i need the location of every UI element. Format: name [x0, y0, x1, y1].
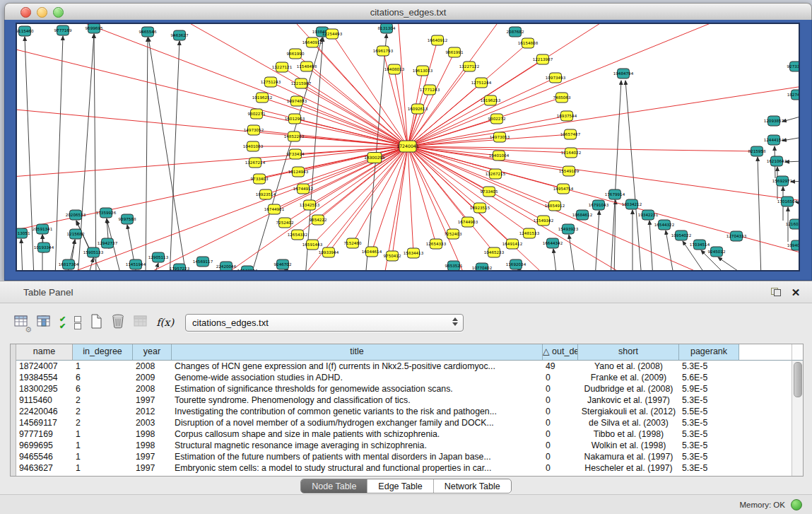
scrollbar-thumb[interactable]: [794, 362, 802, 397]
graph-edge[interactable]: [21, 239, 23, 270]
graph-edge[interactable]: [595, 211, 599, 270]
graph-node-label: 12160344: [786, 222, 799, 226]
table-panel-header: Table Panel ✕: [0, 281, 812, 303]
window-titlebar[interactable]: citations_edges.txt: [4, 3, 812, 21]
graph-edge[interactable]: [65, 24, 408, 146]
graph-edge[interactable]: [88, 258, 93, 270]
graph-edge[interactable]: [394, 69, 408, 146]
network-view[interactable]: 9115460977716996996959465546946362719384…: [16, 23, 800, 271]
column-header-short[interactable]: short: [578, 344, 679, 360]
graph-edge[interactable]: [758, 157, 761, 270]
table-row[interactable]: 969969511998Structural magnetic resonanc…: [16, 440, 803, 451]
graph-node-label: 18274342: [787, 93, 799, 97]
select-columns-icon: ✔✔: [59, 315, 66, 329]
graph-edge[interactable]: [408, 146, 757, 151]
graph-edge[interactable]: [297, 101, 408, 146]
delete-column-button[interactable]: [111, 313, 125, 332]
graph-edge[interactable]: [649, 221, 653, 270]
table-row[interactable]: 1872400712008Changes of HCN gene express…: [16, 361, 803, 372]
graph-edge[interactable]: [569, 235, 575, 270]
graph-edge[interactable]: [782, 116, 799, 122]
graph-edge[interactable]: [171, 24, 408, 146]
table-row[interactable]: 946362711997Embryonic stem cells: a mode…: [16, 462, 803, 474]
table-row[interactable]: 1830029562008Estimation of significance …: [16, 383, 803, 395]
graph-edge[interactable]: [153, 263, 158, 270]
graph-edge[interactable]: [148, 37, 187, 270]
tab-edge-table[interactable]: Edge Table: [367, 479, 433, 493]
graph-edge[interactable]: [408, 146, 722, 270]
column-header-out_degree[interactable]: △ out_de...: [543, 344, 578, 360]
graph-edge[interactable]: [408, 146, 799, 201]
tab-node-table[interactable]: Node Table: [301, 479, 367, 493]
graph-node-label: 16640910: [302, 40, 323, 45]
table-options-button[interactable]: ⚙: [14, 313, 28, 332]
function-builder-button[interactable]: f(x): [156, 313, 174, 332]
cell-year: 2009: [133, 372, 172, 383]
float-panel-button[interactable]: [768, 285, 784, 299]
graph-node-label: 10124943: [288, 170, 309, 174]
graph-edge[interactable]: [318, 146, 408, 220]
memory-status-icon[interactable]: [791, 499, 802, 510]
cell-out_degree: 0: [543, 406, 578, 417]
table-row[interactable]: 1456911722003Disruption of a novel membe…: [16, 417, 803, 428]
table-row[interactable]: 977716911998Corpus callosum shape and si…: [16, 428, 803, 440]
close-panel-button[interactable]: ✕: [788, 285, 804, 299]
tab-network-table[interactable]: Network Table: [434, 479, 511, 493]
graph-edge[interactable]: [408, 146, 468, 222]
cell-out_degree: 0: [543, 428, 578, 440]
graph-edge[interactable]: [17, 146, 408, 178]
graph-node-label: 13342553: [300, 203, 320, 207]
column-header-name[interactable]: name: [16, 344, 73, 360]
graph-edge[interactable]: [408, 24, 736, 146]
delete-table-button[interactable]: [134, 313, 148, 332]
graph-node-label: 9115460: [17, 29, 34, 33]
show-columns-button[interactable]: [37, 313, 51, 332]
graph-edge[interactable]: [332, 34, 408, 146]
graph-node-label: 12444154: [764, 138, 784, 142]
cell-pagerank: 5.3E-5: [679, 451, 739, 462]
graph-edge[interactable]: [782, 137, 799, 141]
graph-edge[interactable]: [785, 161, 799, 162]
cell-out_degree: 0: [543, 372, 578, 383]
graph-node-label: 14569117: [193, 259, 213, 264]
table-row[interactable]: 2242004622012Investigating the contribut…: [16, 406, 803, 417]
close-window-button[interactable]: [20, 7, 31, 18]
create-column-button[interactable]: [90, 313, 102, 332]
graph-node-label: 18300295: [364, 156, 385, 160]
graph-edge[interactable]: [307, 66, 408, 146]
graph-edge[interactable]: [170, 41, 180, 270]
zoom-window-button[interactable]: [53, 7, 64, 18]
table-source-select[interactable]: citations_edges.txt: [185, 314, 464, 332]
vertical-scrollbar[interactable]: [792, 361, 803, 476]
graph-edge[interactable]: [146, 37, 148, 270]
graph-edge[interactable]: [553, 249, 557, 270]
graph-edge[interactable]: [17, 146, 408, 235]
graph-edge[interactable]: [55, 36, 63, 270]
graph-node-label: 15905133: [83, 250, 104, 255]
graph-edge[interactable]: [408, 24, 510, 146]
column-header-in_degree[interactable]: in_degree: [73, 344, 133, 360]
cell-in_degree: 6: [73, 383, 133, 395]
graph-node-label: 9246702: [274, 262, 292, 267]
graph-edge[interactable]: [718, 257, 749, 270]
graph-node-label: 12704333: [726, 234, 747, 238]
graph-edge[interactable]: [408, 52, 454, 146]
minimize-window-button[interactable]: [37, 7, 47, 18]
graph-node-label: 13227122: [459, 64, 479, 69]
table-row[interactable]: 946554611997Estimation of the future num…: [16, 451, 803, 462]
column-header-pagerank[interactable]: pagerank: [679, 344, 739, 360]
table-row[interactable]: 1938455462009Genome-wide association stu…: [16, 372, 803, 383]
network-canvas[interactable]: 9115460977716996996959465546946362719384…: [17, 24, 799, 270]
graph-edge[interactable]: [76, 221, 104, 270]
graph-node-label: 9733403: [251, 177, 269, 181]
table-row[interactable]: 911546021997Tourette syndrome. Phenomeno…: [16, 395, 803, 406]
row-height-button[interactable]: [74, 313, 81, 332]
select-columns-button[interactable]: ✔✔: [59, 313, 66, 332]
column-header-year[interactable]: year: [133, 344, 172, 360]
column-header-title[interactable]: title: [172, 344, 543, 360]
graph-node-label: 12654332: [288, 233, 307, 237]
cell-pagerank: 5.5E-5: [679, 406, 739, 417]
graph-edge[interactable]: [257, 114, 408, 146]
cell-short: de Silva et al. (2003): [578, 417, 679, 428]
graph-edge[interactable]: [397, 24, 408, 146]
